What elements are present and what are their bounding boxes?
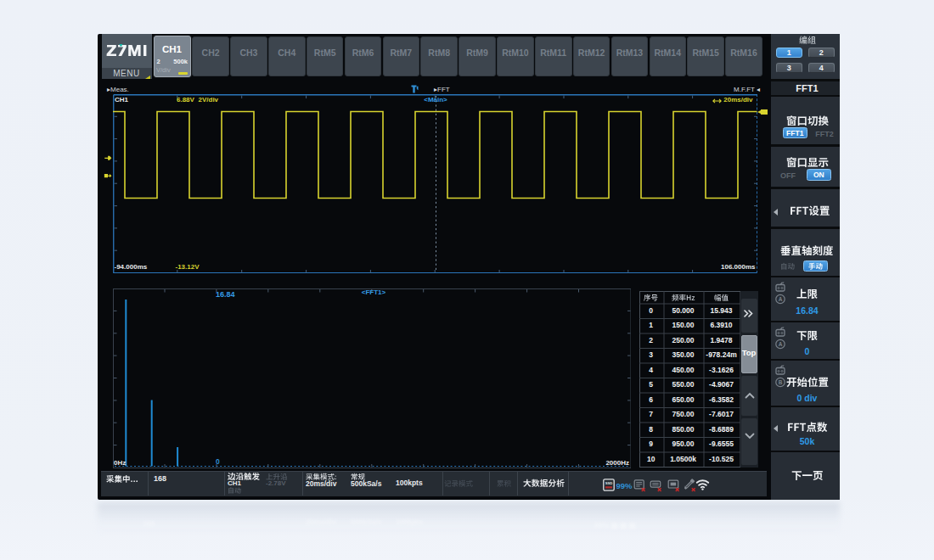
svg-text:B: B <box>778 379 782 385</box>
svg-text:A: A <box>778 341 782 347</box>
svg-text:SSD: SSD <box>605 481 613 485</box>
svg-text:A: A <box>778 296 782 302</box>
